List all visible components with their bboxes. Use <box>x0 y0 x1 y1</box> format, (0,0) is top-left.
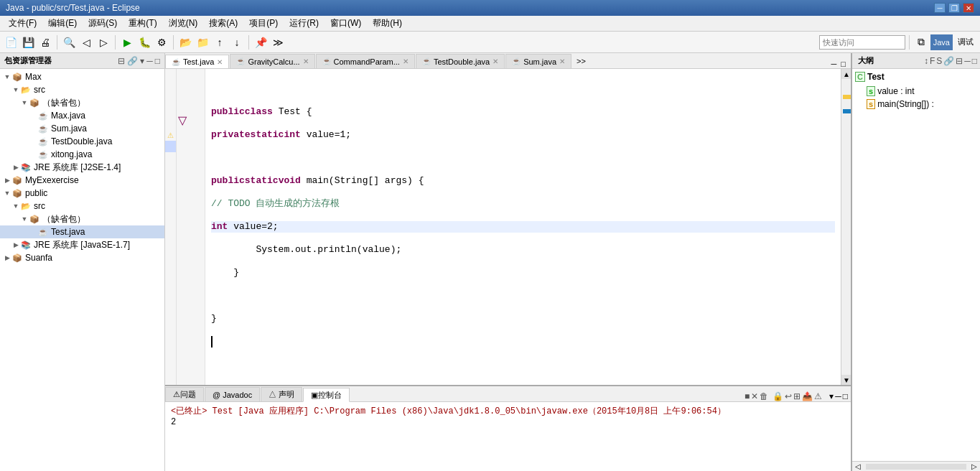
menu-refactor[interactable]: 重构(T) <box>123 16 162 31</box>
open-console-icon[interactable]: ⊞ <box>793 391 801 401</box>
link-editor-icon[interactable]: 🔗 <box>127 56 138 66</box>
tree-item-public[interactable]: ▼ 📦 public <box>0 187 164 200</box>
static-icon[interactable]: S <box>936 56 942 66</box>
search-button[interactable]: 🔍 <box>61 34 77 50</box>
tree-item-public-pkg[interactable]: ▼ 📦 （缺省包） <box>0 213 164 225</box>
maximize-outline-icon[interactable]: □ <box>972 56 977 66</box>
menu-search[interactable]: 搜索(A) <box>203 16 243 31</box>
clear-console-icon[interactable]: 🗑 <box>760 391 768 401</box>
open-perspective-button[interactable]: ⧉ <box>913 34 929 50</box>
editor-scrollbar[interactable]: ▲ ▼ <box>841 69 851 385</box>
tab-close-test[interactable]: ✕ <box>217 58 223 66</box>
tree-item-sum-java[interactable]: ☕ Sum.java <box>0 122 164 135</box>
tab-declaration[interactable]: △ 声明 <box>261 387 302 401</box>
sort-icon[interactable]: ↕ <box>924 56 928 66</box>
tab-overflow-button[interactable]: >> <box>572 54 590 68</box>
tab-close-cmd[interactable]: ✕ <box>403 57 409 65</box>
tree-item-public-src[interactable]: ▼ 📂 src <box>0 200 164 213</box>
terminate-icon[interactable]: ■ <box>745 391 750 401</box>
tab-test-java[interactable]: ☕ Test.java ✕ <box>165 55 229 69</box>
scroll-left-btn[interactable]: ◁ <box>852 462 864 472</box>
new-button[interactable]: 📄 <box>3 34 19 50</box>
debug-perspective-button[interactable]: 调试 <box>954 34 977 50</box>
open-type-button[interactable]: 📂 <box>177 34 193 50</box>
show-stdout-icon[interactable]: 📤 <box>802 391 813 401</box>
scroll-up-btn[interactable]: ▲ <box>841 69 851 79</box>
java-perspective-btn[interactable]: Java <box>930 34 953 50</box>
run-ext-button[interactable]: ⚙ <box>154 34 169 50</box>
next-edit-button[interactable]: ▷ <box>95 34 111 50</box>
run-button[interactable]: ▶ <box>119 34 135 50</box>
quick-access-input[interactable] <box>819 35 905 50</box>
maximize-panel-icon[interactable]: □ <box>155 56 160 66</box>
minimize-editor-icon[interactable]: ─ <box>829 60 839 68</box>
view-menu-console-icon[interactable]: ▾ <box>829 391 834 401</box>
outline-class-test[interactable]: C Test <box>855 72 977 82</box>
tab-sum[interactable]: ☕ Sum.java ✕ <box>505 54 571 68</box>
prev-annot-button[interactable]: ↑ <box>212 34 228 50</box>
tab-close-sum[interactable]: ✕ <box>559 57 565 65</box>
minimize-button[interactable]: ─ <box>934 3 946 13</box>
next-annot-button[interactable]: ↓ <box>229 34 245 50</box>
tab-problems[interactable]: ⚠ 问题 <box>165 387 204 401</box>
maximize-console-icon[interactable]: □ <box>843 391 848 401</box>
tab-gravitycalcu[interactable]: ☕ GravityCalcu... ✕ <box>230 54 314 68</box>
scroll-lock-icon[interactable]: 🔒 <box>773 391 783 401</box>
tree-item-xitong[interactable]: ☕ xitong.java <box>0 148 164 161</box>
tab-console[interactable]: ▣ 控制台 <box>303 388 350 402</box>
menu-window[interactable]: 窗口(W) <box>325 16 367 31</box>
tree-item-max-src[interactable]: ▼ 📂 src <box>0 83 164 96</box>
view-menu-icon[interactable]: ▾ <box>140 56 144 66</box>
close-button[interactable]: ✕ <box>963 3 974 13</box>
word-wrap-icon[interactable]: ↩ <box>785 391 792 401</box>
debug-button[interactable]: 🐛 <box>136 34 152 50</box>
tab-commandparam[interactable]: ☕ CommandParam... ✕ <box>316 54 415 68</box>
menu-run[interactable]: 运行(R) <box>284 16 325 31</box>
tree-item-myexercise[interactable]: ▶ 📦 MyExexercise <box>0 174 164 187</box>
minimize-console-icon[interactable]: ─ <box>835 391 841 401</box>
collapse-outline-icon[interactable]: ⊟ <box>956 56 963 66</box>
scroll-right-btn[interactable]: ▷ <box>969 462 980 472</box>
tree-item-test-java[interactable]: ☕ Test.java <box>0 225 164 238</box>
restore-button[interactable]: ❐ <box>948 3 960 13</box>
tree-item-max[interactable]: ▼ 📦 Max <box>0 70 164 83</box>
tree-item-testdouble[interactable]: ☕ TestDouble.java <box>0 135 164 148</box>
prev-edit-button[interactable]: ◁ <box>78 34 94 50</box>
tree-item-max-java[interactable]: ☕ Max.java <box>0 109 164 122</box>
code-editor[interactable]: public class Test { private static int v… <box>205 69 841 385</box>
pin-editor-button[interactable]: 📌 <box>253 34 269 50</box>
toolbar-more[interactable]: ≫ <box>270 34 286 50</box>
tree-item-suanfa[interactable]: ▶ 📦 Suanfa <box>0 251 164 264</box>
maximize-editor-icon[interactable]: □ <box>839 60 848 68</box>
save-button[interactable]: 💾 <box>20 34 36 50</box>
menu-file[interactable]: 文件(F) <box>3 16 42 31</box>
tab-testdouble[interactable]: ☕ TestDouble.java ✕ <box>416 54 505 68</box>
link-icon[interactable]: 🔗 <box>943 56 954 66</box>
menu-project[interactable]: 项目(P) <box>243 16 284 31</box>
main-layout: 包资源管理器 ⊟ 🔗 ▾ ─ □ ▼ 📦 Max ▼ 📂 src <box>0 53 980 471</box>
outline-member-main[interactable]: s main(String[]) : <box>855 98 977 111</box>
tree-item-max-default-pkg[interactable]: ▼ 📦 （缺省包） <box>0 96 164 109</box>
menu-edit[interactable]: 编辑(E) <box>42 16 83 31</box>
code-line-4: public static void main(String[] args) { <box>211 175 835 187</box>
tab-javadoc[interactable]: @ Javadoc <box>205 387 260 401</box>
tree-item-max-jre[interactable]: ▶ 📚 JRE 系统库 [J2SE-1.4] <box>0 161 164 174</box>
menu-navigate[interactable]: 浏览(N) <box>163 16 204 31</box>
outline-member-value[interactable]: s value : int <box>855 85 977 98</box>
menu-help[interactable]: 帮助(H) <box>367 16 408 31</box>
collapse-icon[interactable]: ▽ <box>178 115 187 126</box>
minimize-outline-icon[interactable]: ─ <box>964 56 971 66</box>
open-resource-button[interactable]: 📁 <box>195 34 210 50</box>
collapse-all-icon[interactable]: ⊟ <box>118 56 125 66</box>
minimize-panel-icon[interactable]: ─ <box>146 56 153 66</box>
print-button[interactable]: 🖨 <box>37 34 53 50</box>
menu-source[interactable]: 源码(S) <box>83 16 123 31</box>
tab-close-testdouble[interactable]: ✕ <box>493 57 498 65</box>
scroll-down-btn[interactable]: ▼ <box>841 375 851 385</box>
remove-launch-icon[interactable]: ✕ <box>751 391 758 401</box>
tree-item-pub-jre[interactable]: ▶ 📚 JRE 系统库 [JavaSE-1.7] <box>0 238 164 251</box>
tab-close-gravity[interactable]: ✕ <box>303 57 309 65</box>
right-panel-scrollbar[interactable]: ◁ ▷ <box>852 461 980 471</box>
fields-icon[interactable]: F <box>930 56 935 66</box>
show-stderr-icon[interactable]: ⚠ <box>814 391 822 401</box>
